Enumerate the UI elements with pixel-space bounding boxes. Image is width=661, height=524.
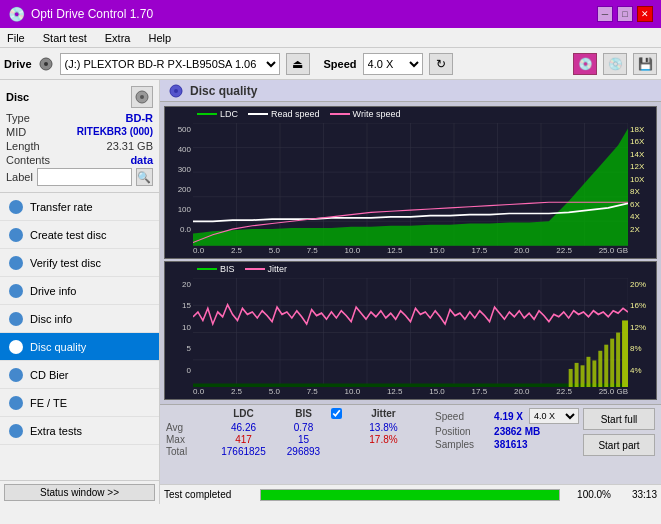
sidebar-item-verify-test-disc[interactable]: Verify test disc	[0, 249, 159, 277]
close-button[interactable]: ✕	[637, 6, 653, 22]
create-test-disc-label: Create test disc	[30, 229, 106, 241]
disc-panel: Disc Type BD-R MID RITEKBR3 (000) Length…	[0, 80, 159, 193]
chart2-inner: 20 15 10 5 0	[165, 262, 656, 387]
content-header: Disc quality	[160, 80, 661, 102]
disc-info-label: Disc info	[30, 313, 72, 325]
x2-20: 20.0	[514, 387, 530, 399]
chart2-legend: BIS Jitter	[197, 264, 287, 274]
speed-label: Speed	[324, 58, 357, 70]
stats-position-row: Position 23862 MB	[435, 426, 579, 437]
x1-7.5: 7.5	[307, 246, 318, 258]
create-test-disc-icon	[8, 227, 24, 243]
x2-17.5: 17.5	[472, 387, 488, 399]
svg-point-5	[174, 89, 178, 93]
charts-area: LDC Read speed Write speed	[160, 102, 661, 404]
svg-rect-44	[598, 351, 602, 387]
sidebar-item-cd-bier[interactable]: CD Bier	[0, 361, 159, 389]
stats-empty-header	[166, 408, 211, 421]
stats-max-jitter: 17.8%	[351, 434, 416, 445]
sidebar-item-extra-tests[interactable]: Extra tests	[0, 417, 159, 445]
save-button[interactable]: 💾	[633, 53, 657, 75]
write-speed-legend-label: Write speed	[353, 109, 401, 119]
menu-extra[interactable]: Extra	[102, 31, 134, 45]
stats-total-label: Total	[166, 446, 211, 457]
disc-length-label: Length	[6, 140, 40, 152]
cd-bier-icon	[8, 367, 24, 383]
start-part-button[interactable]: Start part	[583, 434, 655, 456]
speed-select[interactable]: 4.0 X	[363, 53, 423, 75]
stats-jitter-check-cell	[331, 408, 351, 421]
start-full-button[interactable]: Start full	[583, 408, 655, 430]
y1r-12x: 12X	[630, 162, 656, 171]
disc-label-input[interactable]	[37, 168, 132, 186]
y1r-6x: 6X	[630, 200, 656, 209]
sidebar-item-drive-info[interactable]: Drive info	[0, 277, 159, 305]
read-speed-legend-item: Read speed	[248, 109, 320, 119]
svg-rect-46	[610, 338, 614, 387]
x1-20: 20.0	[514, 246, 530, 258]
chart2-y-axis-right: 20% 16% 12% 8% 4%	[628, 278, 656, 387]
disc-label-row: Label 🔍	[6, 168, 153, 186]
menu-start-test[interactable]: Start test	[40, 31, 90, 45]
sidebar-item-transfer-rate[interactable]: Transfer rate	[0, 193, 159, 221]
x1-2.5: 2.5	[231, 246, 242, 258]
maximize-button[interactable]: □	[617, 6, 633, 22]
svg-rect-42	[586, 357, 590, 387]
svg-point-1	[44, 62, 48, 66]
svg-rect-38	[193, 383, 628, 387]
menu-help[interactable]: Help	[145, 31, 174, 45]
menubar: File Start test Extra Help	[0, 28, 661, 48]
disc-icon-button[interactable]	[131, 86, 153, 108]
transfer-rate-icon	[8, 199, 24, 215]
chart1-legend: LDC Read speed Write speed	[197, 109, 400, 119]
main-layout: Disc Type BD-R MID RITEKBR3 (000) Length…	[0, 80, 661, 504]
drive-info-icon	[8, 283, 24, 299]
stats-max-bis: 15	[276, 434, 331, 445]
stats-avg-bis: 0.78	[276, 422, 331, 433]
y2-15: 15	[165, 301, 191, 310]
stats-samples-row: Samples 381613	[435, 439, 579, 450]
toolbar: Drive (J:) PLEXTOR BD-R PX-LB950SA 1.06 …	[0, 48, 661, 80]
x1-10: 10.0	[345, 246, 361, 258]
bis-legend-dot	[197, 268, 217, 270]
x1-22.5: 22.5	[556, 246, 572, 258]
verify-test-disc-icon	[8, 255, 24, 271]
y2r-8p: 8%	[630, 344, 656, 353]
disc-type-label: Type	[6, 112, 30, 124]
status-window-button[interactable]: Status window >>	[4, 484, 155, 501]
stats-total-jitter-empty	[351, 446, 416, 457]
transfer-rate-label: Transfer rate	[30, 201, 93, 213]
sidebar-item-disc-quality[interactable]: Disc quality	[0, 333, 159, 361]
jitter-checkbox[interactable]	[331, 408, 342, 419]
minimize-button[interactable]: ─	[597, 6, 613, 22]
stats-avg-row: Avg 46.26 0.78 13.8%	[166, 422, 423, 433]
status-text: Test completed	[164, 489, 254, 500]
x2-22.5: 22.5	[556, 387, 572, 399]
y1r-8x: 8X	[630, 187, 656, 196]
speed-row-select[interactable]: 4.0 X	[529, 408, 579, 424]
stats-headers: LDC BIS Jitter	[166, 408, 423, 421]
progress-bar-outer	[260, 489, 560, 501]
sidebar-item-fe-te[interactable]: FE / TE	[0, 389, 159, 417]
y1r-2x: 2X	[630, 225, 656, 234]
disc-label-btn[interactable]: 🔍	[136, 168, 153, 186]
stats-avg-jitter: 13.8%	[351, 422, 416, 433]
stats-max-label: Max	[166, 434, 211, 445]
x2-12.5: 12.5	[387, 387, 403, 399]
disc-button-1[interactable]: 💿	[573, 53, 597, 75]
progress-bar-area: Test completed 100.0% 33:13	[160, 484, 661, 504]
extra-tests-label: Extra tests	[30, 425, 82, 437]
sidebar-item-disc-info[interactable]: Disc info	[0, 305, 159, 333]
disc-button-2[interactable]: 💿	[603, 53, 627, 75]
verify-test-disc-label: Verify test disc	[30, 257, 101, 269]
refresh-button[interactable]: ↻	[429, 53, 453, 75]
write-speed-legend-dot	[330, 113, 350, 115]
drive-select[interactable]: (J:) PLEXTOR BD-R PX-LB950SA 1.06	[60, 53, 280, 75]
y1-300: 300	[165, 165, 191, 174]
eject-button[interactable]: ⏏	[286, 53, 310, 75]
sidebar-item-create-test-disc[interactable]: Create test disc	[0, 221, 159, 249]
menu-file[interactable]: File	[4, 31, 28, 45]
y2r-4p: 4%	[630, 366, 656, 375]
y2-5: 5	[165, 344, 191, 353]
drive-info-label: Drive info	[30, 285, 76, 297]
